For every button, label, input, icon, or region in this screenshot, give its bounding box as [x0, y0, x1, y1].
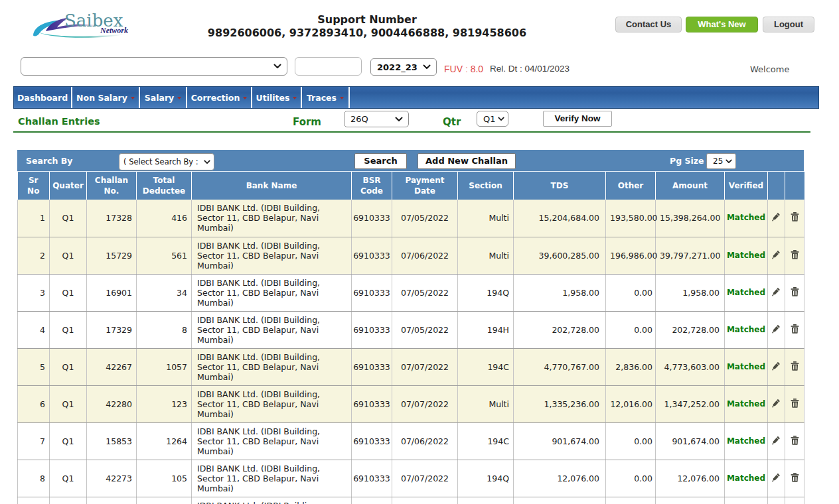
- assessment-year-value: 2022_23: [371, 62, 423, 72]
- search-by-select[interactable]: ( Select Search By :: [119, 153, 214, 170]
- form-select-value: 26Q: [344, 114, 395, 124]
- edit-row-button[interactable]: [768, 274, 785, 311]
- release-date: Rel. Dt : 04/01/2023: [490, 64, 570, 74]
- cell-verified: Matched: [725, 460, 768, 497]
- pg-size-label: Pg Size: [670, 156, 704, 166]
- release-date-label: Rel. Dt :: [490, 64, 525, 74]
- pg-size-select[interactable]: 25: [706, 153, 736, 169]
- cell-total-deductee: 1057: [137, 348, 192, 385]
- cell-quarter: Q1: [50, 422, 87, 460]
- support-number-block: Support Number 9892606006, 9372893410, 9…: [208, 14, 526, 38]
- delete-row-button[interactable]: [785, 422, 804, 460]
- contact-us-button[interactable]: Contact Us: [615, 17, 682, 32]
- cell-amount: 39,797,271.00: [656, 237, 725, 274]
- cell-payment-date: 07/07/2022: [392, 460, 458, 497]
- cell-verified: Matched: [725, 200, 768, 237]
- form-label: Form: [293, 116, 321, 128]
- whats-new-button[interactable]: What's New: [686, 17, 758, 32]
- deductor-select[interactable]: [21, 57, 287, 76]
- cell-quarter: Q1: [50, 385, 87, 422]
- cell-bsr-code: 6910333: [352, 348, 392, 385]
- delete-row-button[interactable]: [785, 200, 804, 237]
- nav-item-salary[interactable]: Salary: [140, 87, 187, 108]
- cell-verified: Matched: [725, 348, 768, 385]
- cell-payment-date: 07/07/2022: [392, 385, 458, 422]
- submenu-arrow-icon: [131, 97, 135, 99]
- cell-total-deductee: 105: [137, 460, 192, 497]
- edit-row-button[interactable]: [768, 311, 785, 348]
- cell-tds: 901,674.00: [514, 422, 606, 460]
- delete-row-button[interactable]: [785, 274, 804, 311]
- table-header-row: Sr NoQuaterChallan No.Total DeducteeBank…: [18, 172, 804, 200]
- cell-bank-name: IDBI BANK Ltd. (IDBI Building, Sector 11…: [192, 497, 352, 504]
- cell-bank-name: IDBI BANK Ltd. (IDBI Building, Sector 11…: [192, 237, 352, 274]
- column-header: [785, 172, 804, 200]
- column-header-challan-no-: Challan No.: [87, 172, 137, 200]
- cell-sr-no: 8: [18, 460, 50, 497]
- logout-button[interactable]: Logout: [763, 17, 814, 32]
- cell-challan-no: 16901: [87, 274, 137, 311]
- nav-item-traces[interactable]: Traces: [302, 87, 350, 108]
- cell-bank-name: IDBI BANK Ltd. (IDBI Building, Sector 11…: [192, 311, 352, 348]
- column-header-verified: Verified: [725, 172, 768, 200]
- nav-item-label: Salary: [145, 93, 174, 103]
- edit-row-button[interactable]: [768, 422, 785, 460]
- cell-challan-no: 15729: [87, 237, 137, 274]
- add-new-challan-button[interactable]: Add New Challan: [418, 153, 516, 169]
- column-header-other: Other: [606, 172, 656, 200]
- table-row: 2 Q1 15729 561 IDBI BANK Ltd. (IDBI Buil…: [18, 237, 804, 274]
- cell-bank-name: IDBI BANK Ltd. (IDBI Building, Sector 11…: [192, 422, 352, 460]
- cell-challan-no: 42273: [87, 460, 137, 497]
- cell-verified: Matched: [725, 274, 768, 311]
- edit-row-button[interactable]: [768, 200, 785, 237]
- cell-payment-date: 07/05/2022: [392, 200, 458, 237]
- cell-total-deductee: 561: [137, 237, 192, 274]
- challan-table-section: Search By ( Select Search By : Search Ad…: [17, 150, 804, 504]
- cell-section: Multi: [458, 385, 514, 422]
- form-select[interactable]: 26Q: [344, 111, 409, 127]
- submenu-arrow-icon: [177, 97, 181, 99]
- challan-table: Sr NoQuaterChallan No.Total DeducteeBank…: [17, 172, 804, 504]
- cell-quarter: Q1: [50, 237, 87, 274]
- cell-section: 194H: [458, 311, 514, 348]
- delete-row-button[interactable]: [785, 460, 804, 497]
- delete-row-button[interactable]: [785, 311, 804, 348]
- filter-text-input[interactable]: [295, 57, 362, 76]
- edit-row-button[interactable]: [768, 497, 785, 504]
- table-row: IDBI BANK Ltd. (IDBI Building, Sector 11…: [18, 497, 804, 504]
- nav-item-label: Non Salary: [76, 93, 127, 103]
- nav-item-label: Correction: [191, 93, 240, 103]
- cell-tds: 1,958.00: [514, 274, 606, 311]
- cell-bsr-code: 6910333: [352, 274, 392, 311]
- cell-bsr-code: 6910333: [352, 200, 392, 237]
- nav-item-non-salary[interactable]: Non Salary: [72, 87, 140, 108]
- edit-row-button[interactable]: [768, 348, 785, 385]
- cell-other: 196,986.00: [606, 237, 656, 274]
- column-header-bsr-code: BSR Code: [352, 172, 392, 200]
- delete-row-button[interactable]: [785, 497, 804, 504]
- chevron-down-icon: [204, 160, 210, 164]
- pencil-icon: [772, 436, 781, 445]
- cell-quarter: [50, 497, 87, 504]
- search-button[interactable]: Search: [354, 153, 407, 169]
- cell-verified: Matched: [725, 422, 768, 460]
- cell-payment-date: 07/06/2022: [392, 422, 458, 460]
- nav-item-dashboard[interactable]: Dashboard: [14, 87, 72, 108]
- verify-now-button[interactable]: Verify Now: [543, 111, 612, 127]
- nav-item-correction[interactable]: Correction: [187, 87, 252, 108]
- cell-amount: [656, 497, 725, 504]
- pencil-icon: [772, 212, 781, 221]
- assessment-year-select[interactable]: 2022_23: [370, 58, 437, 76]
- nav-item-utilites[interactable]: Utilites: [252, 87, 302, 108]
- delete-row-button[interactable]: [785, 348, 804, 385]
- cell-challan-no: 15853: [87, 422, 137, 460]
- delete-row-button[interactable]: [785, 237, 804, 274]
- table-row: 4 Q1 17329 8 IDBI BANK Ltd. (IDBI Buildi…: [18, 311, 804, 348]
- column-header: [768, 172, 785, 200]
- delete-row-button[interactable]: [785, 385, 804, 422]
- edit-row-button[interactable]: [768, 237, 785, 274]
- edit-row-button[interactable]: [768, 460, 785, 497]
- edit-row-button[interactable]: [768, 385, 785, 422]
- quarter-select[interactable]: Q1: [477, 111, 508, 127]
- cell-quarter: Q1: [50, 460, 87, 497]
